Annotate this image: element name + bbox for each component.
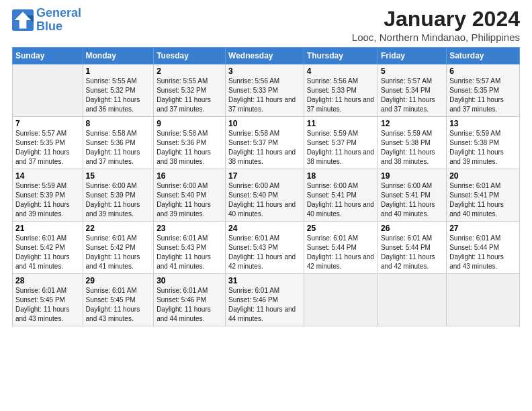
day-number: 20	[449, 171, 517, 181]
daylight: Daylight: 11 hours and 37 minutes.	[15, 148, 70, 165]
sunset: Sunset: 5:40 PM	[228, 191, 278, 199]
day-cell: 28 Sunrise: 6:01 AM Sunset: 5:45 PM Dayl…	[13, 274, 83, 326]
header: General Blue January 2024 Looc, Northern…	[12, 7, 520, 43]
daylight: Daylight: 11 hours and 40 minutes.	[228, 201, 296, 218]
sunset: Sunset: 5:45 PM	[15, 296, 65, 304]
main-title: January 2024	[352, 7, 520, 32]
sunset: Sunset: 5:34 PM	[381, 87, 431, 94]
day-info: Sunrise: 6:01 AM Sunset: 5:45 PM Dayligh…	[86, 286, 151, 324]
day-number: 6	[449, 66, 517, 76]
day-info: Sunrise: 5:58 AM Sunset: 5:36 PM Dayligh…	[86, 129, 151, 167]
sunrise: Sunrise: 6:01 AM	[15, 234, 66, 242]
day-info: Sunrise: 6:01 AM Sunset: 5:46 PM Dayligh…	[157, 286, 222, 324]
day-cell: 26 Sunrise: 6:01 AM Sunset: 5:44 PM Dayl…	[378, 222, 447, 274]
sunset: Sunset: 5:41 PM	[307, 191, 357, 199]
day-number: 31	[228, 276, 301, 285]
day-info: Sunrise: 6:01 AM Sunset: 5:44 PM Dayligh…	[307, 234, 375, 271]
daylight: Daylight: 11 hours and 43 minutes.	[15, 306, 70, 322]
week-row: 7 Sunrise: 5:57 AM Sunset: 5:35 PM Dayli…	[13, 117, 520, 169]
sunrise: Sunrise: 6:01 AM	[86, 234, 137, 242]
day-info: Sunrise: 6:00 AM Sunset: 5:41 PM Dayligh…	[307, 181, 375, 219]
day-number: 16	[157, 171, 222, 181]
day-cell: 12 Sunrise: 5:59 AM Sunset: 5:38 PM Dayl…	[378, 117, 447, 169]
day-cell: 16 Sunrise: 6:00 AM Sunset: 5:40 PM Dayl…	[154, 169, 226, 222]
day-cell: 31 Sunrise: 6:01 AM Sunset: 5:46 PM Dayl…	[226, 274, 304, 326]
header-day: Monday	[83, 48, 154, 64]
daylight: Daylight: 11 hours and 41 minutes.	[157, 253, 211, 270]
sunset: Sunset: 5:39 PM	[86, 191, 136, 199]
sunrise: Sunrise: 5:59 AM	[381, 130, 432, 137]
day-cell: 11 Sunrise: 5:59 AM Sunset: 5:37 PM Dayl…	[304, 117, 378, 169]
header-day: Saturday	[447, 48, 520, 64]
week-row: 1 Sunrise: 5:55 AM Sunset: 5:32 PM Dayli…	[13, 64, 520, 117]
sunrise: Sunrise: 5:56 AM	[307, 77, 358, 85]
daylight: Daylight: 11 hours and 40 minutes.	[307, 201, 374, 218]
day-number: 11	[307, 119, 375, 128]
sunset: Sunset: 5:33 PM	[228, 87, 278, 94]
day-number: 26	[381, 224, 443, 233]
day-number: 30	[157, 276, 222, 285]
day-number: 23	[157, 224, 222, 233]
sunset: Sunset: 5:43 PM	[228, 244, 278, 251]
sunrise: Sunrise: 6:00 AM	[381, 182, 432, 189]
daylight: Daylight: 11 hours and 37 minutes.	[86, 148, 140, 165]
daylight: Daylight: 11 hours and 37 minutes.	[307, 96, 374, 113]
day-number: 17	[228, 171, 301, 181]
sunset: Sunset: 5:38 PM	[381, 139, 431, 146]
daylight: Daylight: 11 hours and 37 minutes.	[449, 96, 504, 113]
sunset: Sunset: 5:45 PM	[86, 296, 136, 304]
day-cell: 7 Sunrise: 5:57 AM Sunset: 5:35 PM Dayli…	[13, 117, 83, 169]
day-number: 29	[86, 276, 151, 285]
sunrise: Sunrise: 5:58 AM	[228, 130, 279, 137]
daylight: Daylight: 11 hours and 36 minutes.	[86, 96, 140, 113]
day-number: 12	[381, 119, 443, 128]
sunset: Sunset: 5:37 PM	[228, 139, 278, 146]
day-cell	[304, 274, 378, 326]
day-info: Sunrise: 6:01 AM Sunset: 5:43 PM Dayligh…	[157, 234, 222, 271]
day-info: Sunrise: 6:01 AM Sunset: 5:43 PM Dayligh…	[228, 234, 301, 271]
sunset: Sunset: 5:42 PM	[86, 244, 136, 251]
day-cell: 17 Sunrise: 6:00 AM Sunset: 5:40 PM Dayl…	[226, 169, 304, 222]
sunrise: Sunrise: 6:01 AM	[307, 234, 358, 242]
sunrise: Sunrise: 5:57 AM	[15, 130, 66, 137]
day-number: 7	[15, 119, 80, 128]
subtitle: Looc, Northern Mindanao, Philippines	[352, 32, 520, 43]
day-cell: 24 Sunrise: 6:01 AM Sunset: 5:43 PM Dayl…	[226, 222, 304, 274]
sunrise: Sunrise: 6:00 AM	[86, 182, 137, 189]
day-number: 15	[86, 171, 151, 181]
sunrise: Sunrise: 5:57 AM	[449, 77, 500, 85]
sunrise: Sunrise: 5:57 AM	[381, 77, 432, 85]
sunrise: Sunrise: 6:00 AM	[228, 182, 279, 189]
day-cell: 8 Sunrise: 5:58 AM Sunset: 5:36 PM Dayli…	[83, 117, 154, 169]
sunrise: Sunrise: 5:59 AM	[307, 130, 358, 137]
day-number: 27	[449, 224, 517, 233]
daylight: Daylight: 11 hours and 38 minutes.	[228, 148, 296, 165]
header-row: SundayMondayTuesdayWednesdayThursdayFrid…	[13, 48, 520, 64]
sunset: Sunset: 5:43 PM	[157, 244, 206, 251]
day-cell: 2 Sunrise: 5:55 AM Sunset: 5:32 PM Dayli…	[154, 64, 226, 117]
sunset: Sunset: 5:41 PM	[449, 191, 499, 199]
sunrise: Sunrise: 5:58 AM	[157, 130, 208, 137]
sunrise: Sunrise: 6:01 AM	[15, 287, 66, 294]
sunrise: Sunrise: 5:56 AM	[228, 77, 279, 85]
day-info: Sunrise: 5:59 AM Sunset: 5:38 PM Dayligh…	[381, 129, 443, 167]
sunset: Sunset: 5:39 PM	[15, 191, 65, 199]
day-cell: 30 Sunrise: 6:01 AM Sunset: 5:46 PM Dayl…	[154, 274, 226, 326]
sunset: Sunset: 5:46 PM	[228, 296, 278, 304]
daylight: Daylight: 11 hours and 43 minutes.	[449, 253, 504, 270]
sunrise: Sunrise: 6:01 AM	[157, 287, 208, 294]
logo-icon	[12, 9, 34, 31]
day-info: Sunrise: 5:56 AM Sunset: 5:33 PM Dayligh…	[228, 77, 301, 114]
day-info: Sunrise: 5:55 AM Sunset: 5:32 PM Dayligh…	[157, 77, 222, 114]
day-number: 21	[15, 224, 80, 233]
title-block: January 2024 Looc, Northern Mindanao, Ph…	[352, 7, 520, 43]
sunrise: Sunrise: 5:59 AM	[449, 130, 500, 137]
logo-text: General Blue	[36, 7, 81, 34]
day-info: Sunrise: 6:00 AM Sunset: 5:40 PM Dayligh…	[228, 181, 301, 219]
day-cell: 6 Sunrise: 5:57 AM Sunset: 5:35 PM Dayli…	[447, 64, 520, 117]
day-info: Sunrise: 5:59 AM Sunset: 5:37 PM Dayligh…	[307, 129, 375, 167]
day-cell: 19 Sunrise: 6:00 AM Sunset: 5:41 PM Dayl…	[378, 169, 447, 222]
daylight: Daylight: 11 hours and 41 minutes.	[86, 253, 140, 270]
sunrise: Sunrise: 6:01 AM	[381, 234, 432, 242]
daylight: Daylight: 11 hours and 38 minutes.	[381, 148, 435, 165]
